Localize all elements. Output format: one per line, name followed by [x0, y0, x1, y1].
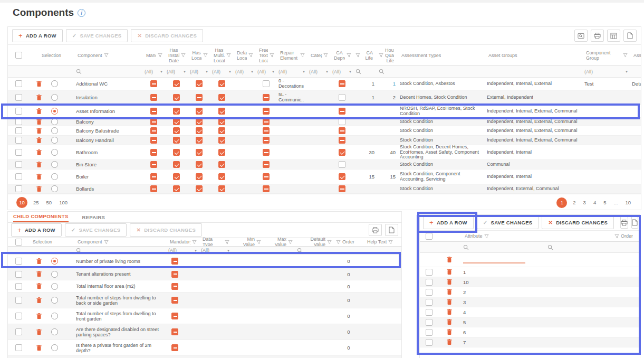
- child-row[interactable]: Tenant alterations present0: [8, 268, 401, 280]
- checked-checkbox-locat[interactable]: [196, 137, 203, 144]
- page-size-25[interactable]: 25: [33, 200, 39, 205]
- page-1[interactable]: 1: [556, 197, 567, 208]
- selection-radio[interactable]: [51, 108, 58, 115]
- child-row[interactable]: Total number of steps from dwelling to f…: [8, 308, 401, 324]
- filter-icon[interactable]: [226, 53, 231, 58]
- checked-checkbox-install[interactable]: [173, 80, 180, 87]
- checked-checkbox-multi[interactable]: [218, 80, 225, 87]
- checked-checkbox-locat[interactable]: [196, 185, 203, 192]
- search-window-icon[interactable]: [574, 30, 588, 42]
- child-row[interactable]: Total internal floor area (m2)0: [8, 280, 401, 293]
- column-header-ca-life[interactable]: CA Life: [353, 45, 377, 65]
- filter-icon[interactable]: [347, 53, 351, 58]
- column-header-mandatory[interactable]: Mand..: [142, 45, 165, 65]
- trash-icon[interactable]: [36, 313, 42, 319]
- indeterminate-checkbox-locat[interactable]: [196, 94, 203, 101]
- component-row[interactable]: Additional WC0 - Decorations11Stock Cond…: [8, 78, 641, 90]
- print-icon[interactable]: [369, 224, 382, 236]
- attribute-row[interactable]: 6: [420, 327, 640, 337]
- column-header-child-order[interactable]: Order: [334, 238, 363, 246]
- unchecked-checkbox-row-select[interactable]: [15, 137, 22, 144]
- print-icon[interactable]: [591, 30, 604, 42]
- selection-radio[interactable]: [51, 173, 58, 180]
- page-4[interactable]: 4: [593, 200, 596, 205]
- page-size-10[interactable]: 10: [16, 197, 27, 208]
- unchecked-checkbox-row-select[interactable]: [15, 108, 22, 115]
- add-button-attributes[interactable]: +ADD A ROW: [423, 216, 474, 229]
- child-row[interactable]: [8, 356, 401, 358]
- trash-icon[interactable]: [36, 283, 42, 289]
- indeterminate-checkbox-mand[interactable]: [150, 118, 157, 125]
- unchecked-checkbox-row-select[interactable]: [15, 118, 22, 125]
- child-row[interactable]: Is there a private front garden of 2m de…: [8, 340, 401, 356]
- unchecked-checkbox-child-row-select[interactable]: [15, 297, 22, 304]
- tab-child-components[interactable]: CHILD COMPONENTS: [13, 213, 69, 222]
- selection-radio[interactable]: [51, 258, 58, 265]
- indeterminate-checkbox-mandatory[interactable]: [171, 271, 178, 278]
- checked-checkbox-locat[interactable]: [196, 161, 203, 168]
- checked-checkbox-multi[interactable]: [218, 173, 225, 180]
- component-row[interactable]: Bin StoreStock ConditionCommunal: [8, 160, 641, 169]
- filter-icon[interactable]: [248, 53, 253, 58]
- checked-checkbox-multi[interactable]: [218, 161, 225, 168]
- indeterminate-checkbox-mandatory[interactable]: [171, 258, 178, 265]
- attribute-edit-input[interactable]: [463, 256, 525, 263]
- checked-checkbox-install[interactable]: [173, 161, 180, 168]
- checked-checkbox-install[interactable]: [173, 118, 180, 125]
- selection-radio[interactable]: [51, 94, 58, 101]
- checked-checkbox-multi[interactable]: [218, 94, 225, 101]
- checked-checkbox-multi[interactable]: [218, 127, 225, 134]
- discard-button-components[interactable]: ✕DISCARD CHANGES: [131, 29, 203, 42]
- selection-radio[interactable]: [51, 283, 58, 290]
- indeterminate-checkbox-mandatory[interactable]: [171, 344, 178, 351]
- column-header-child-mandatory[interactable]: Mandatory: [166, 238, 199, 246]
- unchecked-checkbox-child-row-select[interactable]: [15, 344, 22, 351]
- selection-radio[interactable]: [51, 127, 58, 134]
- indeterminate-checkbox-freetext[interactable]: [263, 118, 270, 125]
- filter-icon[interactable]: [327, 240, 332, 244]
- export-file-icon[interactable]: [385, 224, 398, 236]
- unchecked-checkbox-attr-row-select[interactable]: [426, 299, 432, 306]
- indeterminate-checkbox-freetext[interactable]: [263, 149, 270, 156]
- filter-icon[interactable]: [379, 53, 383, 58]
- component-row[interactable]: BollardsStock ConditionIndependent, Exte…: [8, 184, 641, 194]
- checked-checkbox-multi[interactable]: [218, 185, 225, 192]
- indeterminate-checkbox-freetext[interactable]: [263, 127, 270, 134]
- trash-icon[interactable]: [447, 257, 452, 263]
- discard-button-attributes[interactable]: ✕DISCARD CHANGES: [542, 216, 614, 229]
- search-icon[interactable]: [379, 69, 385, 74]
- selection-radio[interactable]: [51, 118, 58, 125]
- trash-icon[interactable]: [36, 108, 42, 115]
- checked-checkbox-multi[interactable]: [218, 118, 225, 125]
- indeterminate-checkbox-mand[interactable]: [150, 137, 157, 144]
- filter-dropdown[interactable]: (All)▾: [212, 69, 231, 74]
- indeterminate-checkbox-mandatory[interactable]: [171, 297, 178, 304]
- indeterminate-checkbox-mandatory[interactable]: [171, 313, 178, 319]
- page-size-100[interactable]: 100: [59, 200, 68, 205]
- unchecked-checkbox-child-row-select[interactable]: [15, 328, 22, 335]
- component-row[interactable]: Balcony BalustradeStock ConditionIndepen…: [8, 126, 641, 136]
- trash-icon[interactable]: [36, 345, 42, 351]
- filter-dropdown[interactable]: (All)▾: [309, 69, 328, 74]
- unchecked-checkbox-child-row-select[interactable]: [15, 313, 22, 319]
- trash-icon[interactable]: [36, 174, 42, 180]
- column-header-attribute[interactable]: Attribute: [461, 231, 545, 241]
- indeterminate-checkbox-cadep[interactable]: [339, 80, 345, 87]
- attribute-row[interactable]: 3: [420, 297, 640, 307]
- unchecked-checkbox-row-select[interactable]: [15, 161, 22, 168]
- tab-repairs[interactable]: REPAIRS: [82, 214, 105, 222]
- trash-icon[interactable]: [447, 309, 452, 315]
- indeterminate-checkbox-mand[interactable]: [150, 185, 157, 192]
- search-icon[interactable]: [547, 244, 553, 250]
- attribute-row[interactable]: 7: [420, 337, 640, 347]
- print-icon[interactable]: [620, 216, 628, 229]
- filter-dropdown[interactable]: (All)▾: [332, 69, 351, 74]
- trash-icon[interactable]: [447, 289, 452, 295]
- selection-radio[interactable]: [51, 161, 58, 168]
- column-header-ca-depreciation[interactable]: CA Depre..: [330, 45, 353, 65]
- attribute-row[interactable]: 5: [420, 317, 640, 327]
- trash-icon[interactable]: [447, 339, 452, 345]
- unchecked-checkbox-attr-row-select[interactable]: [426, 329, 432, 336]
- unchecked-checkbox-child-row-select[interactable]: [15, 258, 22, 265]
- column-header-component[interactable]: Component: [74, 45, 142, 65]
